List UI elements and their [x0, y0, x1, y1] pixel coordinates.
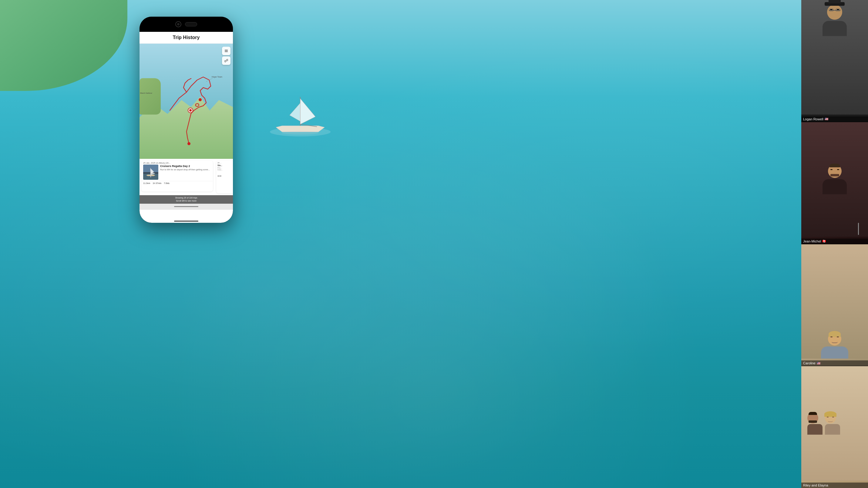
map-controls: [222, 47, 230, 65]
svg-rect-11: [225, 51, 228, 51]
sailboat: [258, 85, 343, 139]
caroline-video: [801, 244, 868, 359]
participant-name-caroline: Caroline: [803, 361, 815, 365]
scroll-bar-area[interactable]: [140, 204, 233, 210]
svg-rect-12: [225, 52, 228, 52]
trip-card-body: Cruisers Regatta Day 2 Run to MH for an …: [141, 165, 213, 181]
link-button[interactable]: [222, 56, 230, 65]
trip-count-line2: Scroll left to see more: [141, 199, 232, 202]
ocean-texture: [0, 0, 868, 488]
participant-name-bar-logan: Logan Rowell 🇺🇸: [801, 117, 868, 122]
trip-stat-speed: 7.0kts: [164, 182, 169, 184]
svg-point-6: [187, 142, 190, 145]
trip-card-title: Cruisers Regatta Day 2: [160, 165, 211, 168]
trip-stat-distance: 11.3nm: [143, 182, 150, 184]
trip-card-image: [143, 165, 158, 180]
svg-point-5: [189, 109, 192, 111]
jean-michel-video: [801, 122, 868, 237]
trip-card-description: Run to MH for an airport drop off then g…: [160, 168, 211, 171]
participant-name-jean-michel: Jean-Michel: [803, 239, 821, 243]
participant-flag-caroline: 🇺🇸: [817, 362, 820, 365]
participant-name-bar-jean-michel: Jean-Michel 🇨🇦: [801, 238, 868, 244]
screen-title: Trip History: [144, 35, 228, 40]
home-indicator[interactable]: [174, 221, 198, 222]
participant-card-logan: Logan Rowell 🇺🇸: [801, 0, 868, 122]
partial-card-status: Sta...: [217, 164, 232, 166]
screen-header: Trip History: [140, 32, 233, 44]
svg-point-3: [282, 131, 318, 135]
svg-rect-14: [143, 165, 158, 172]
participant-name-bar-riley: Riley and Elayna: [801, 483, 868, 488]
svg-rect-10: [225, 50, 228, 50]
layers-button[interactable]: [222, 47, 230, 55]
trip-cards-row[interactable]: 25 Jan, 2025 on Albury (20...: [140, 159, 233, 195]
phone-pill: [185, 22, 197, 26]
scroll-indicator: [174, 206, 198, 207]
logan-video: [801, 0, 868, 115]
trip-card-main[interactable]: 25 Jan, 2025 on Albury (20...: [141, 161, 213, 192]
phone-mockup: Trip History Marsh Harbour: [140, 17, 233, 223]
svg-rect-15: [143, 174, 158, 180]
participants-panel: Logan Rowell 🇺🇸: [801, 0, 868, 488]
partial-card-date: 29 ...: [217, 162, 232, 164]
riley-elayna-video: [801, 366, 868, 481]
phone-camera: [175, 21, 181, 27]
participant-card-jean-michel: Jean-Michel 🇨🇦: [801, 122, 868, 244]
trip-card-partial: 29 ... Sta... Priv... Inclu... 10.8: [216, 161, 233, 193]
svg-text:Hope Town: Hope Town: [212, 76, 222, 78]
trip-card-date: 25 Jan, 2025 on Albury (20...: [141, 161, 213, 165]
phone-top-bar: [140, 17, 233, 32]
participant-name-logan: Logan Rowell: [803, 117, 824, 121]
trip-stat-duration: 1h 37min: [153, 182, 161, 184]
participant-flag-jean-michel: 🇨🇦: [822, 239, 826, 243]
trip-card-info: Cruisers Regatta Day 2 Run to MH for an …: [160, 165, 211, 180]
trip-count-banner: Showing 25 of 100 trips Scroll left to s…: [140, 195, 233, 204]
participant-name-riley: Riley and Elayna: [803, 484, 828, 487]
phone-screen: Trip History Marsh Harbour: [140, 32, 233, 223]
map-area[interactable]: Marsh Harbour: [140, 44, 233, 159]
map-track: Hope Town: [140, 44, 233, 159]
participant-flag-logan: 🇺🇸: [825, 117, 828, 121]
participant-name-bar-caroline: Caroline 🇺🇸: [801, 360, 868, 366]
partial-card-stat: 10.8: [217, 175, 232, 177]
trip-card-stats: 11.3nm 1h 37min 7.0kts: [141, 181, 213, 185]
participant-card-riley-elayna: Riley and Elayna: [801, 366, 868, 488]
svg-point-7: [199, 98, 202, 101]
trip-count-line1: Showing 25 of 100 trips: [141, 196, 232, 199]
participant-card-caroline: Caroline 🇺🇸: [801, 244, 868, 366]
partial-card-incl: Inclu...: [217, 169, 232, 171]
